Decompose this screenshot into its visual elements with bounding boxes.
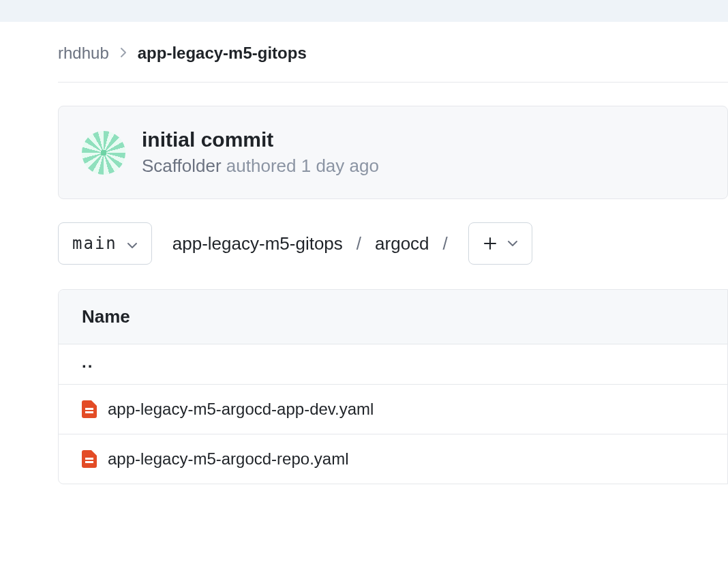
- breadcrumb: rhdhub app-legacy-m5-gitops: [58, 44, 728, 83]
- branch-path-bar: main app-legacy-m5-gitops / argocd /: [58, 222, 728, 265]
- chevron-down-icon: [127, 234, 138, 253]
- chevron-down-icon: [507, 239, 518, 249]
- plus-icon: [483, 236, 498, 251]
- file-name: app-legacy-m5-argocd-repo.yaml: [108, 449, 348, 469]
- branch-select[interactable]: main: [58, 222, 152, 265]
- file-table: Name .. app-legacy-m5-argocd-app-dev.yam…: [58, 289, 728, 484]
- add-file-button[interactable]: [468, 222, 532, 265]
- path-segment-root[interactable]: app-legacy-m5-gitops: [172, 233, 343, 254]
- breadcrumb-current[interactable]: app-legacy-m5-gitops: [138, 44, 307, 63]
- path-segment-folder[interactable]: argocd: [375, 233, 429, 254]
- page-content: rhdhub app-legacy-m5-gitops initial comm…: [0, 22, 728, 484]
- breadcrumb-parent[interactable]: rhdhub: [58, 44, 109, 63]
- top-strip: [0, 0, 728, 22]
- table-row[interactable]: app-legacy-m5-argocd-app-dev.yaml: [59, 385, 727, 434]
- commit-action: authored: [226, 156, 297, 176]
- table-header-name[interactable]: Name: [59, 290, 727, 344]
- avatar[interactable]: [82, 131, 125, 175]
- file-icon: [82, 400, 97, 418]
- path-separator: /: [357, 233, 361, 254]
- commit-subtitle: Scaffolder authored 1 day ago: [142, 156, 379, 177]
- table-row-up[interactable]: ..: [59, 344, 727, 385]
- commit-author[interactable]: Scaffolder: [142, 156, 222, 176]
- branch-name: main: [72, 234, 117, 253]
- table-row[interactable]: app-legacy-m5-argocd-repo.yaml: [59, 434, 727, 484]
- path-separator: /: [443, 233, 448, 254]
- parent-dir-link: ..: [82, 359, 93, 369]
- latest-commit-card: initial commit Scaffolder authored 1 day…: [58, 106, 728, 199]
- file-name: app-legacy-m5-argocd-app-dev.yaml: [108, 400, 374, 419]
- chevron-right-icon: [120, 46, 127, 61]
- file-icon: [82, 450, 97, 468]
- commit-title[interactable]: initial commit: [142, 128, 379, 151]
- commit-meta: initial commit Scaffolder authored 1 day…: [142, 128, 379, 177]
- path-breadcrumb: app-legacy-m5-gitops / argocd /: [172, 233, 448, 254]
- commit-time: 1 day ago: [301, 156, 379, 176]
